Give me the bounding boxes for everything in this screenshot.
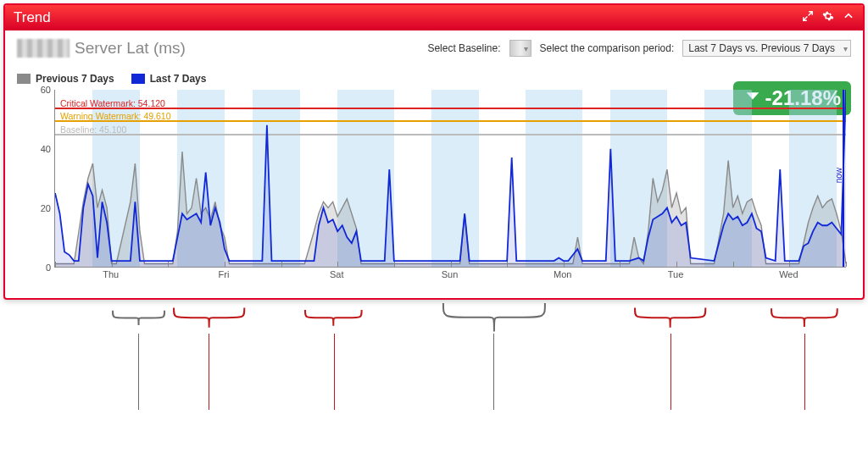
- collapse-icon[interactable]: [843, 9, 854, 26]
- panel-controls: [802, 9, 854, 26]
- redacted-text: [17, 39, 70, 58]
- period-select[interactable]: Last 7 Days vs. Previous 7 Days: [682, 42, 851, 54]
- panel-title: Trend: [14, 9, 802, 26]
- legend-previous[interactable]: Previous 7 Days: [17, 73, 114, 85]
- legend-last-label: Last 7 Days: [150, 73, 207, 85]
- x-axis: ThuFriSatSunMonTueWed: [54, 269, 846, 285]
- x-label: Fri: [219, 269, 230, 279]
- x-label: Mon: [554, 269, 571, 279]
- chart-title-text: Server Lat (ms): [75, 39, 186, 58]
- x-label: Wed: [779, 269, 798, 279]
- bracket: [113, 303, 164, 334]
- bracket: [367, 303, 621, 334]
- chart-area: 0204060 Critical Watermark: 54.120Warnin…: [54, 90, 846, 285]
- y-axis: 0204060: [25, 90, 51, 268]
- bracket-leader: [209, 334, 209, 410]
- bracket: [174, 303, 244, 334]
- panel-header: Trend: [5, 5, 863, 30]
- period-label: Select the comparison period:: [540, 42, 675, 54]
- y-tick: 60: [41, 85, 51, 95]
- chart-plot[interactable]: Critical Watermark: 54.120Warning Waterm…: [54, 90, 846, 268]
- panel-body: Server Lat (ms) Select Baseline: Select …: [5, 30, 863, 298]
- now-label: now: [834, 168, 843, 183]
- bracket-leader: [493, 334, 494, 410]
- x-label: Sat: [330, 269, 344, 279]
- y-tick: 0: [46, 262, 51, 273]
- legend-swatch-last: [131, 74, 145, 84]
- baseline-label: Select Baseline:: [427, 42, 500, 54]
- bracket-leader: [804, 334, 805, 410]
- gear-icon[interactable]: [822, 9, 834, 26]
- bracket: [635, 303, 705, 334]
- bracket: [771, 303, 837, 334]
- expand-icon[interactable]: [802, 9, 814, 26]
- bracket-leader: [138, 334, 139, 410]
- chart-legend: Previous 7 Days Last 7 Days: [17, 73, 851, 85]
- chart-title: Server Lat (ms): [17, 39, 186, 58]
- bracket-annotations: [3, 303, 865, 422]
- legend-previous-label: Previous 7 Days: [36, 73, 114, 85]
- x-label: Thu: [103, 269, 119, 279]
- bracket: [305, 303, 362, 334]
- baseline-select[interactable]: [509, 42, 531, 54]
- x-label: Sun: [442, 269, 459, 279]
- legend-last[interactable]: Last 7 Days: [131, 73, 207, 85]
- trend-panel: Trend Server Lat (ms) Select Baseline:: [3, 3, 865, 300]
- legend-swatch-previous: [17, 74, 31, 84]
- bracket-leader: [334, 334, 335, 410]
- period-select-value: Last 7 Days vs. Previous 7 Days: [682, 40, 851, 57]
- y-tick: 20: [41, 203, 51, 213]
- x-label: Tue: [668, 269, 684, 279]
- bracket-leader: [670, 334, 671, 410]
- y-tick: 40: [41, 144, 51, 154]
